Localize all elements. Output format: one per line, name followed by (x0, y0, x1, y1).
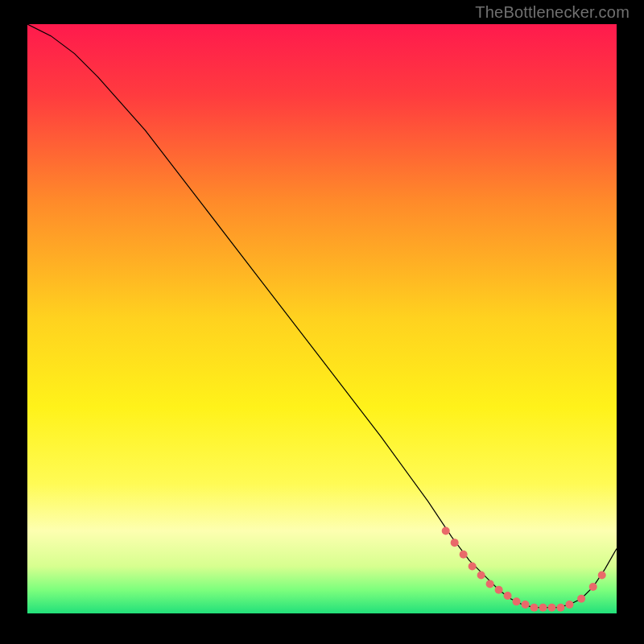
marker-dot (565, 601, 573, 609)
marker-dot (495, 586, 503, 594)
marker-dot (589, 583, 597, 591)
marker-dot (477, 571, 485, 579)
marker-dot (442, 527, 450, 535)
marker-dot (539, 604, 547, 612)
marker-dot (598, 571, 606, 579)
marker-dot (547, 604, 555, 612)
gradient-background (27, 24, 617, 613)
chart-plot-area (27, 24, 617, 613)
marker-dot (530, 604, 539, 612)
marker-dot (513, 597, 521, 605)
marker-dot (486, 580, 494, 588)
marker-dot (469, 562, 477, 570)
marker-dot (522, 601, 530, 609)
marker-dot (556, 604, 564, 612)
marker-dot (504, 592, 512, 600)
marker-dot (460, 551, 468, 559)
watermark-text: TheBottlenecker.com (475, 3, 630, 22)
marker-dot (577, 595, 585, 603)
chart-svg (27, 24, 617, 613)
marker-dot (451, 539, 459, 547)
